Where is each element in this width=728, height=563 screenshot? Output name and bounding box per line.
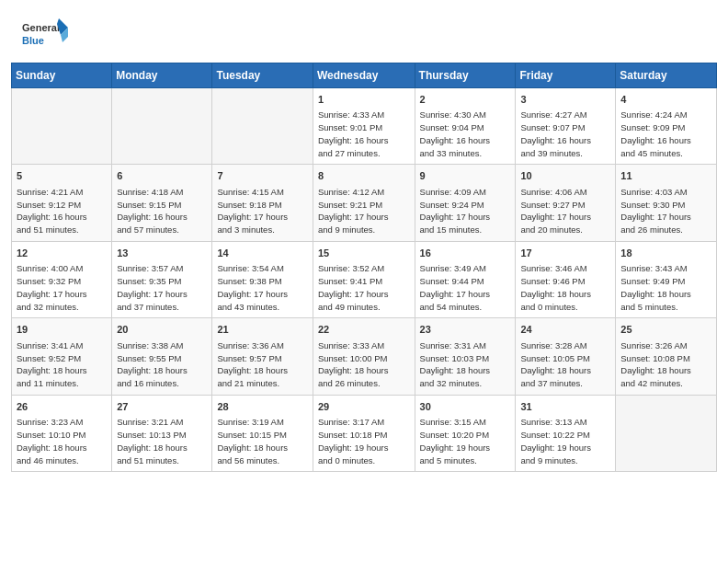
calendar-cell: 4Sunrise: 4:24 AM Sunset: 9:09 PM Daylig… [616, 88, 717, 165]
logo: General Blue [22, 17, 68, 53]
day-info: Sunrise: 3:17 AM Sunset: 10:18 PM Daylig… [318, 416, 410, 466]
day-number: 6 [117, 169, 207, 183]
day-info: Sunrise: 4:09 AM Sunset: 9:24 PM Dayligh… [420, 186, 511, 236]
day-number: 13 [117, 247, 207, 260]
day-info: Sunrise: 3:36 AM Sunset: 9:57 PM Dayligh… [217, 339, 307, 390]
calendar-cell: 23Sunrise: 3:31 AM Sunset: 10:03 PM Dayl… [415, 318, 516, 395]
day-number: 10 [520, 169, 610, 183]
week-row-5: 26Sunrise: 3:23 AM Sunset: 10:10 PM Dayl… [12, 395, 717, 471]
day-info: Sunrise: 3:49 AM Sunset: 9:44 PM Dayligh… [420, 262, 511, 313]
day-header-tuesday: Tuesday [212, 63, 313, 88]
day-header-sunday: Sunday [12, 63, 112, 88]
day-number: 12 [17, 247, 107, 260]
week-row-4: 19Sunrise: 3:41 AM Sunset: 9:52 PM Dayli… [12, 318, 717, 395]
calendar-cell: 6Sunrise: 4:18 AM Sunset: 9:15 PM Daylig… [112, 165, 212, 241]
day-number: 8 [318, 169, 410, 183]
calendar-cell [616, 395, 717, 471]
day-info: Sunrise: 3:54 AM Sunset: 9:38 PM Dayligh… [217, 262, 307, 313]
calendar-cell: 24Sunrise: 3:28 AM Sunset: 10:05 PM Dayl… [516, 318, 616, 395]
day-info: Sunrise: 3:52 AM Sunset: 9:41 PM Dayligh… [318, 262, 410, 313]
day-info: Sunrise: 3:41 AM Sunset: 9:52 PM Dayligh… [17, 339, 107, 390]
day-info: Sunrise: 3:31 AM Sunset: 10:03 PM Daylig… [420, 339, 511, 390]
calendar-cell: 16Sunrise: 3:49 AM Sunset: 9:44 PM Dayli… [415, 241, 516, 317]
calendar-cell: 26Sunrise: 3:23 AM Sunset: 10:10 PM Dayl… [12, 395, 112, 471]
day-number: 31 [520, 400, 610, 414]
calendar-cell: 31Sunrise: 3:13 AM Sunset: 10:22 PM Dayl… [516, 395, 616, 471]
calendar-cell: 1Sunrise: 4:33 AM Sunset: 9:01 PM Daylig… [313, 88, 415, 165]
day-number: 23 [420, 323, 511, 337]
calendar-cell: 10Sunrise: 4:06 AM Sunset: 9:27 PM Dayli… [516, 165, 616, 241]
calendar-cell: 30Sunrise: 3:15 AM Sunset: 10:20 PM Dayl… [415, 395, 516, 471]
day-number: 29 [318, 400, 410, 414]
day-number: 17 [520, 247, 610, 260]
day-info: Sunrise: 3:13 AM Sunset: 10:22 PM Daylig… [520, 416, 610, 466]
day-number: 5 [17, 169, 107, 183]
calendar-cell: 20Sunrise: 3:38 AM Sunset: 9:55 PM Dayli… [112, 318, 212, 395]
day-info: Sunrise: 4:24 AM Sunset: 9:09 PM Dayligh… [620, 109, 711, 159]
day-number: 11 [620, 169, 711, 183]
day-info: Sunrise: 4:21 AM Sunset: 9:12 PM Dayligh… [17, 186, 107, 236]
calendar-cell: 12Sunrise: 4:00 AM Sunset: 9:32 PM Dayli… [12, 241, 112, 317]
week-row-1: 1Sunrise: 4:33 AM Sunset: 9:01 PM Daylig… [12, 88, 717, 165]
calendar-cell: 19Sunrise: 3:41 AM Sunset: 9:52 PM Dayli… [12, 318, 112, 395]
day-header-monday: Monday [112, 63, 212, 88]
day-info: Sunrise: 4:30 AM Sunset: 9:04 PM Dayligh… [420, 109, 511, 159]
day-number: 22 [318, 323, 410, 337]
day-info: Sunrise: 4:27 AM Sunset: 9:07 PM Dayligh… [520, 109, 610, 159]
calendar-cell: 9Sunrise: 4:09 AM Sunset: 9:24 PM Daylig… [415, 165, 516, 241]
day-number: 9 [420, 169, 511, 183]
day-header-thursday: Thursday [415, 63, 516, 88]
day-info: Sunrise: 4:00 AM Sunset: 9:32 PM Dayligh… [17, 262, 107, 313]
calendar-cell: 17Sunrise: 3:46 AM Sunset: 9:46 PM Dayli… [516, 241, 616, 317]
day-info: Sunrise: 3:57 AM Sunset: 9:35 PM Dayligh… [117, 262, 207, 313]
day-number: 4 [620, 93, 711, 107]
day-info: Sunrise: 3:46 AM Sunset: 9:46 PM Dayligh… [520, 262, 610, 313]
day-number: 30 [420, 400, 511, 414]
day-info: Sunrise: 3:15 AM Sunset: 10:20 PM Daylig… [420, 416, 511, 466]
day-header-friday: Friday [516, 63, 616, 88]
day-number: 15 [318, 247, 410, 260]
day-info: Sunrise: 3:19 AM Sunset: 10:15 PM Daylig… [217, 416, 307, 466]
day-info: Sunrise: 4:12 AM Sunset: 9:21 PM Dayligh… [318, 186, 410, 236]
calendar-cell: 25Sunrise: 3:26 AM Sunset: 10:08 PM Dayl… [616, 318, 717, 395]
day-number: 1 [318, 93, 410, 107]
calendar-cell: 22Sunrise: 3:33 AM Sunset: 10:00 PM Dayl… [313, 318, 415, 395]
day-number: 21 [217, 323, 307, 337]
calendar-table: SundayMondayTuesdayWednesdayThursdayFrid… [11, 63, 717, 472]
day-number: 27 [117, 400, 207, 414]
calendar-cell: 3Sunrise: 4:27 AM Sunset: 9:07 PM Daylig… [516, 88, 616, 165]
day-header-wednesday: Wednesday [313, 63, 415, 88]
day-info: Sunrise: 4:18 AM Sunset: 9:15 PM Dayligh… [117, 186, 207, 236]
calendar-cell: 14Sunrise: 3:54 AM Sunset: 9:38 PM Dayli… [212, 241, 313, 317]
day-number: 14 [217, 247, 307, 260]
week-row-3: 12Sunrise: 4:00 AM Sunset: 9:32 PM Dayli… [12, 241, 717, 317]
calendar-cell: 11Sunrise: 4:03 AM Sunset: 9:30 PM Dayli… [616, 165, 717, 241]
calendar-cell: 15Sunrise: 3:52 AM Sunset: 9:41 PM Dayli… [313, 241, 415, 317]
calendar-cell: 28Sunrise: 3:19 AM Sunset: 10:15 PM Dayl… [212, 395, 313, 471]
day-number: 19 [17, 323, 107, 337]
calendar-cell: 18Sunrise: 3:43 AM Sunset: 9:49 PM Dayli… [616, 241, 717, 317]
day-info: Sunrise: 4:33 AM Sunset: 9:01 PM Dayligh… [318, 109, 410, 159]
day-info: Sunrise: 3:28 AM Sunset: 10:05 PM Daylig… [520, 339, 610, 390]
day-info: Sunrise: 4:15 AM Sunset: 9:18 PM Dayligh… [217, 186, 307, 236]
day-info: Sunrise: 3:38 AM Sunset: 9:55 PM Dayligh… [117, 339, 207, 390]
calendar-cell: 8Sunrise: 4:12 AM Sunset: 9:21 PM Daylig… [313, 165, 415, 241]
day-number: 2 [420, 93, 511, 107]
day-header-saturday: Saturday [616, 63, 717, 88]
calendar-cell: 7Sunrise: 4:15 AM Sunset: 9:18 PM Daylig… [212, 165, 313, 241]
day-number: 26 [17, 400, 107, 414]
day-number: 3 [520, 93, 610, 107]
day-info: Sunrise: 3:23 AM Sunset: 10:10 PM Daylig… [17, 416, 107, 466]
day-number: 7 [217, 169, 307, 183]
svg-text:General: General [22, 22, 60, 33]
day-info: Sunrise: 3:21 AM Sunset: 10:13 PM Daylig… [117, 416, 207, 466]
day-info: Sunrise: 3:26 AM Sunset: 10:08 PM Daylig… [620, 339, 711, 390]
day-number: 24 [520, 323, 610, 337]
day-number: 18 [620, 247, 711, 260]
day-info: Sunrise: 3:33 AM Sunset: 10:00 PM Daylig… [318, 339, 410, 390]
calendar-cell: 21Sunrise: 3:36 AM Sunset: 9:57 PM Dayli… [212, 318, 313, 395]
day-number: 28 [217, 400, 307, 414]
calendar-wrapper: SundayMondayTuesdayWednesdayThursdayFrid… [0, 63, 728, 483]
calendar-cell: 27Sunrise: 3:21 AM Sunset: 10:13 PM Dayl… [112, 395, 212, 471]
day-info: Sunrise: 4:03 AM Sunset: 9:30 PM Dayligh… [620, 186, 711, 236]
